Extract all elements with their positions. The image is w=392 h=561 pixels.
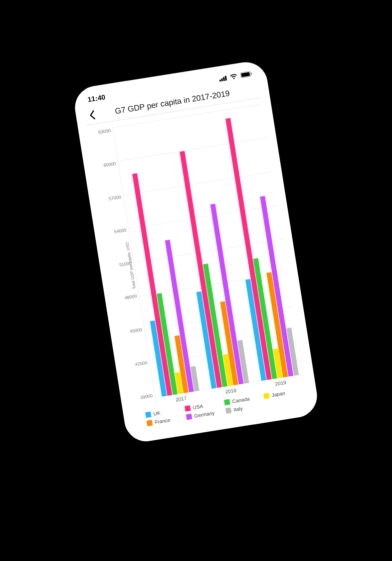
back-button[interactable]	[84, 107, 100, 123]
legend-label: UK	[153, 410, 161, 417]
y-tick: 45000	[126, 327, 143, 334]
legend-swatch	[225, 407, 232, 414]
legend-label: USA	[193, 403, 203, 410]
legend-swatch	[185, 405, 191, 412]
svg-rect-5	[241, 72, 250, 77]
phone-frame: 11:40 G7 GDP per capita in 2017-2019	[72, 59, 320, 444]
status-time: 11:40	[87, 93, 106, 103]
status-indicators	[218, 70, 252, 81]
y-tick: 60000	[100, 161, 116, 169]
svg-rect-1	[221, 78, 223, 81]
legend-label: Canada	[232, 396, 250, 404]
cellular-icon	[219, 75, 228, 81]
svg-rect-0	[219, 79, 221, 81]
svg-rect-2	[223, 77, 225, 81]
y-tick: 48000	[121, 293, 137, 301]
legend-swatch	[263, 393, 270, 399]
y-tick: 63000	[94, 128, 111, 135]
y-tick: 39000	[137, 393, 153, 401]
legend-swatch	[224, 399, 230, 406]
wifi-icon	[229, 73, 238, 80]
chart: Total GDP per capita, USD 63000600005700…	[87, 98, 310, 431]
legend-swatch	[145, 412, 152, 418]
svg-rect-3	[225, 75, 227, 80]
legend-label: Italy	[233, 406, 243, 413]
svg-rect-6	[251, 72, 252, 75]
battery-icon	[240, 70, 253, 78]
y-tick: 57000	[105, 194, 121, 202]
y-tick: 54000	[110, 228, 127, 235]
legend-label: France	[155, 417, 171, 425]
chevron-left-icon	[88, 109, 96, 120]
y-tick: 42000	[131, 360, 148, 367]
legend-item: Japan	[263, 387, 304, 399]
legend-label: Japan	[271, 390, 286, 398]
legend-swatch	[186, 414, 193, 420]
legend-label: Germany	[194, 410, 215, 419]
legend-swatch	[147, 420, 153, 426]
